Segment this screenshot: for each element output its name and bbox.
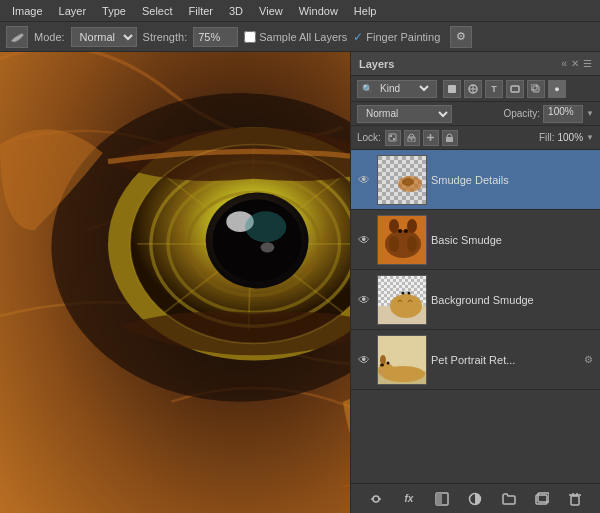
lock-row: Lock: Fill: 100% ▼ [351,126,600,150]
opacity-arrow[interactable]: ▼ [586,109,594,118]
fill-label: Fill: [539,132,555,143]
filter-kind-select[interactable]: Kind Name Effect [376,82,432,95]
svg-point-38 [402,178,414,186]
menu-image[interactable]: Image [6,3,49,19]
menu-3d[interactable]: 3D [223,3,249,19]
layers-panel: Layers « ✕ ☰ 🔍 Kind Name Effect [350,52,600,513]
svg-rect-31 [446,137,453,142]
svg-point-44 [398,229,402,233]
svg-rect-70 [436,493,442,505]
svg-rect-21 [531,84,537,90]
svg-rect-26 [393,138,395,140]
panel-header: Layers « ✕ ☰ [351,52,600,76]
lock-all-btn[interactable] [442,130,458,146]
filter-enabled-btn[interactable]: ● [548,80,566,98]
menu-window[interactable]: Window [293,3,344,19]
layer-visibility-btn[interactable]: 👁 [355,351,373,369]
svg-rect-19 [511,86,519,92]
filter-adjustment-btn[interactable] [464,80,482,98]
svg-rect-25 [390,138,392,140]
strength-input[interactable] [193,27,238,47]
filter-search[interactable]: 🔍 Kind Name Effect [357,80,437,98]
menu-select[interactable]: Select [136,3,179,19]
layer-visibility-btn[interactable]: 👁 [355,291,373,309]
options-icon[interactable]: ⚙ [450,26,472,48]
svg-point-42 [389,236,399,252]
layer-name: Pet Portrait Ret... [431,354,576,366]
blend-mode-select[interactable]: Normal Multiply Screen [357,105,452,123]
svg-point-28 [411,139,413,141]
svg-point-58 [408,291,411,294]
mode-row: Normal Multiply Screen Opacity: 100% ▼ [351,102,600,126]
menu-layer[interactable]: Layer [53,3,93,19]
svg-rect-23 [390,135,392,137]
filter-shape-btn[interactable] [506,80,524,98]
opacity-input[interactable]: 100% [543,105,583,123]
strength-label: Strength: [143,31,188,43]
svg-point-57 [402,291,405,294]
panel-close-btn[interactable]: ✕ [571,58,579,69]
opacity-label: Opacity: [503,108,540,119]
toolbar: Mode: Normal Strength: Sample All Layers… [0,22,600,52]
layer-name: Basic Smudge [431,234,596,246]
thumb-svg [378,336,427,385]
layer-thumbnail [377,335,427,385]
thumb-svg [378,276,427,325]
effects-button[interactable]: fx [398,488,420,510]
sample-all-wrap: Sample All Layers [244,31,347,43]
panel-footer: fx [351,483,600,513]
layer-item[interactable]: 👁 [351,330,600,390]
svg-point-65 [387,361,390,364]
new-layer-button[interactable] [531,488,553,510]
layer-item[interactable]: 👁 [351,210,600,270]
svg-point-64 [380,355,386,365]
svg-point-45 [404,229,408,233]
adjustment-button[interactable] [464,488,486,510]
svg-point-47 [407,219,417,233]
eye-icon: 👁 [358,353,370,367]
svg-point-66 [380,363,384,366]
main-area: Layers « ✕ ☰ 🔍 Kind Name Effect [0,52,600,513]
svg-point-15 [245,211,286,242]
filter-smartobject-btn[interactable] [527,80,545,98]
thumb-svg [378,156,427,205]
fill-input[interactable]: 100% [558,132,584,143]
filter-pixel-btn[interactable] [443,80,461,98]
mask-button[interactable] [431,488,453,510]
sample-all-checkbox[interactable] [244,31,256,43]
menu-filter[interactable]: Filter [183,3,219,19]
layer-item[interactable]: 👁 [351,150,600,210]
svg-rect-74 [571,496,579,505]
group-button[interactable] [498,488,520,510]
menu-bar: Image Layer Type Select Filter 3D View W… [0,0,600,22]
filter-type-btn[interactable]: T [485,80,503,98]
finger-painting-label: Finger Painting [366,31,440,43]
layer-extra: ⚙ [580,352,596,368]
thumb-svg [378,216,427,265]
finger-painting-wrap: ✓ Finger Painting [353,30,440,44]
svg-point-43 [407,236,417,252]
layer-visibility-btn[interactable]: 👁 [355,171,373,189]
filter-icons: T ● [443,80,566,98]
lock-transparency-btn[interactable] [385,130,401,146]
layer-visibility-btn[interactable]: 👁 [355,231,373,249]
fill-wrap: Fill: 100% ▼ [539,132,594,143]
checkmark-icon: ✓ [353,30,363,44]
delete-layer-button[interactable] [564,488,586,510]
lock-image-btn[interactable] [404,130,420,146]
menu-help[interactable]: Help [348,3,383,19]
link-button[interactable] [365,488,387,510]
panel-menu-btn[interactable]: ☰ [583,58,592,69]
smudge-tool-icon[interactable] [6,26,28,48]
menu-view[interactable]: View [253,3,289,19]
svg-rect-24 [393,135,395,137]
menu-type[interactable]: Type [96,3,132,19]
layer-item[interactable]: 👁 [351,270,600,330]
svg-point-14 [261,242,275,252]
eye-icon: 👁 [358,293,370,307]
mode-select[interactable]: Normal [71,27,137,47]
lock-position-btn[interactable] [423,130,439,146]
panel-collapse-btn[interactable]: « [561,58,567,69]
filter-row: 🔍 Kind Name Effect T [351,76,600,102]
fill-arrow[interactable]: ▼ [586,133,594,142]
